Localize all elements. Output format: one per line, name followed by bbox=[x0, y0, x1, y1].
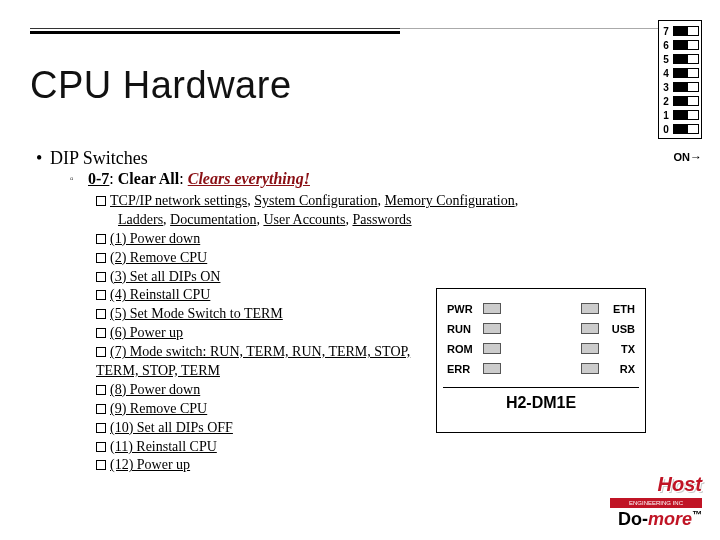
checkbox-icon bbox=[96, 290, 106, 300]
led-icon bbox=[581, 323, 599, 334]
led-icon bbox=[483, 363, 501, 374]
dip-slot-icon bbox=[673, 96, 699, 106]
led-icon bbox=[483, 323, 501, 334]
checkbox-icon bbox=[96, 442, 106, 452]
clears-everything: Clears everything! bbox=[188, 170, 310, 187]
dip-slot-icon bbox=[673, 68, 699, 78]
checkbox-icon bbox=[96, 272, 106, 282]
host-logo-tag: ENGINEERING INC bbox=[610, 498, 702, 508]
sub-bullet-clear-all: ▫ 0-7: Clear All: Clears everything! bbox=[70, 170, 310, 188]
dip-slot-icon bbox=[673, 110, 699, 120]
dip-switch-diagram: 7 6 5 4 3 2 1 0 bbox=[658, 20, 702, 139]
bullet-dip-switches: •DIP Switches bbox=[36, 148, 148, 169]
led-icon bbox=[581, 303, 599, 314]
dip-slot-icon bbox=[673, 54, 699, 64]
led-icon bbox=[581, 363, 599, 374]
dip-on-label: ON→ bbox=[674, 150, 703, 164]
module-model: H2-DM1E bbox=[437, 394, 645, 412]
checkbox-icon bbox=[96, 347, 106, 357]
desc-line: TCP/IP network settings, System Configur… bbox=[96, 192, 626, 230]
checkbox-icon bbox=[96, 460, 106, 470]
dip-slot-icon bbox=[673, 82, 699, 92]
divider bbox=[443, 387, 639, 388]
step-1: (1) Power down bbox=[96, 230, 626, 249]
checkbox-icon bbox=[96, 196, 106, 206]
dip-slot-icon bbox=[673, 40, 699, 50]
domore-logo: Do-more™ bbox=[618, 509, 702, 530]
range-label: 0-7 bbox=[88, 170, 109, 187]
checkbox-icon bbox=[96, 328, 106, 338]
led-icon bbox=[483, 303, 501, 314]
checkbox-icon bbox=[96, 385, 106, 395]
host-logo: Host bbox=[658, 473, 702, 496]
led-icon bbox=[581, 343, 599, 354]
cpu-module-diagram: PWR RUN ROM ERR ETH USB TX RX H2-DM1E bbox=[436, 288, 646, 433]
step-2: (2) Remove CPU bbox=[96, 249, 626, 268]
step-7: (7) Mode switch: RUN, TERM, RUN, TERM, S… bbox=[96, 343, 426, 381]
step-12: (12) Power up bbox=[96, 456, 626, 475]
step-11: (11) Reinstall CPU bbox=[96, 438, 626, 457]
checkbox-icon bbox=[96, 253, 106, 263]
checkbox-icon bbox=[96, 404, 106, 414]
arrow-right-icon: → bbox=[690, 150, 702, 164]
checkbox-icon bbox=[96, 309, 106, 319]
dip-slot-icon bbox=[673, 124, 699, 134]
dip-slot-icon bbox=[673, 26, 699, 36]
page-title: CPU Hardware bbox=[30, 64, 292, 107]
checkbox-icon bbox=[96, 234, 106, 244]
step-3: (3) Set all DIPs ON bbox=[96, 268, 626, 287]
checkbox-icon bbox=[96, 423, 106, 433]
clear-all-label: Clear All bbox=[118, 170, 179, 187]
bullet-text: DIP Switches bbox=[50, 148, 148, 168]
led-icon bbox=[483, 343, 501, 354]
header-rule bbox=[30, 28, 400, 34]
